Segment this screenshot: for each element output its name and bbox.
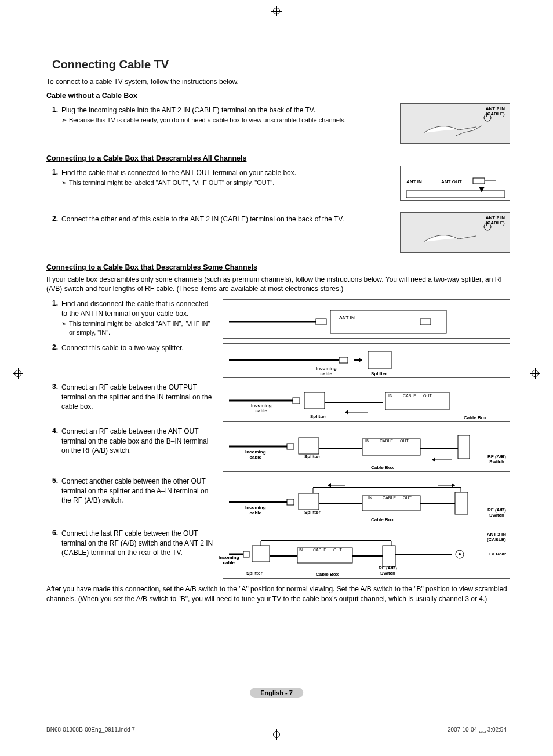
- step-number: 4.: [46, 427, 58, 435]
- step-text: Find and disconnect the cable that is co…: [61, 300, 209, 317]
- diagram-label: Splitter: [310, 414, 326, 419]
- diagram-step4: Incoming cable Splitter Cable Box RF (A/…: [223, 427, 510, 472]
- section-intro: If your cable box descrambles only some …: [46, 275, 510, 293]
- diagram-label: CABLE: [403, 394, 416, 398]
- section-heading: Connecting to a Cable Box that Descrambl…: [46, 263, 510, 271]
- diagram-label: IN: [388, 394, 392, 398]
- note-text: This terminal might be labeled "ANT IN",…: [69, 319, 214, 337]
- svg-point-46: [459, 553, 461, 555]
- svg-rect-36: [252, 546, 270, 562]
- diagram-label: Cable Box: [371, 465, 394, 470]
- crop-mark-icon: [27, 6, 27, 23]
- diagram-step6: Incoming cable Splitter Cable Box RF (A/…: [223, 529, 510, 579]
- step-number: 1.: [46, 299, 58, 307]
- diagram-label: ANT 2 IN (CABLE): [486, 106, 505, 117]
- diagram-label: Incoming cable: [245, 505, 266, 515]
- diagram-label: Splitter: [371, 371, 387, 376]
- diagram-label: OUT: [400, 439, 409, 443]
- svg-rect-3: [406, 191, 505, 198]
- wiring-icon: [229, 348, 504, 376]
- diagram-label: OUT: [423, 394, 432, 398]
- step-number: 1.: [46, 106, 58, 114]
- svg-rect-26: [299, 493, 319, 510]
- svg-rect-14: [304, 392, 325, 409]
- step-item: 5. Connect another cable between the oth…: [46, 477, 214, 505]
- diagram-label: ANT IN: [339, 315, 355, 320]
- diagram-label: OUT: [403, 496, 412, 500]
- diagram-label: TV Rear: [489, 551, 506, 557]
- step-item: 6. Connect the last RF cable between the…: [46, 529, 214, 557]
- registration-mark-icon: [271, 729, 282, 740]
- diagram-label: CABLE: [380, 439, 393, 443]
- svg-rect-43: [383, 546, 395, 566]
- note-icon: ➣: [61, 179, 67, 187]
- diagram-label: ANT 2 IN (CABLE): [487, 532, 506, 542]
- diagram-step1: ANT IN: [223, 299, 510, 339]
- diagram-label: Cable Box: [316, 572, 339, 577]
- note-text: Because this TV is cable-ready, you do n…: [69, 116, 346, 125]
- intro-text: To connect to a cable TV system, follow …: [46, 78, 510, 86]
- section-heading: Connecting to a Cable Box that Descrambl…: [46, 154, 510, 162]
- step-text: Connect an RF cable between the ANT OUT …: [61, 427, 208, 454]
- diagram-label: Cable Box: [464, 415, 486, 420]
- diagram-label: IN: [365, 439, 369, 443]
- section-all-channels: Connecting to a Cable Box that Descrambl…: [46, 154, 510, 253]
- step-number: 2.: [46, 343, 58, 351]
- step-text: Connect the last RF cable between the OU…: [61, 529, 213, 556]
- step-item: 1. Find and disconnect the cable that is…: [46, 299, 214, 336]
- wiring-icon: [229, 482, 504, 524]
- wiring-icon: [229, 432, 504, 471]
- step-item: 1. Find the cable that is connected to t…: [46, 168, 392, 187]
- step-text: Connect this cable to a two-way splitter…: [61, 344, 184, 352]
- step-text: Find the cable that is connected to the …: [61, 169, 296, 177]
- step-number: 2.: [46, 215, 58, 223]
- step-item: 4. Connect an RF cable between the ANT O…: [46, 427, 214, 455]
- note-icon: ➣: [61, 319, 67, 328]
- step-text: Connect an RF cable between the OUTPUT t…: [61, 383, 212, 410]
- diagram-label: ANT 2 IN (CABLE): [486, 215, 505, 226]
- step-text: Connect the other end of this cable to t…: [61, 215, 344, 223]
- step-item: 2. Connect the other end of this cable t…: [46, 215, 392, 224]
- doc-footer-filename: BN68-01308B-00Eng_0911.indd 7: [46, 726, 135, 733]
- step-item: 2. Connect this cable to a two-way split…: [46, 343, 214, 352]
- svg-rect-11: [368, 351, 391, 369]
- svg-rect-33: [455, 492, 468, 514]
- note-icon: ➣: [61, 116, 67, 125]
- diagram-label: RF (A/B) Switch: [487, 507, 506, 518]
- step-number: 6.: [46, 529, 58, 537]
- step-text: Connect another cable between the other …: [61, 477, 208, 504]
- section-heading: Cable without a Cable Box: [46, 92, 510, 100]
- page-number-badge: English - 7: [250, 688, 303, 698]
- diagram-label: OUT: [333, 548, 342, 552]
- section-some-channels: Connecting to a Cable Box that Descrambl…: [46, 263, 510, 604]
- svg-rect-10: [339, 357, 348, 363]
- wiring-icon: [229, 534, 504, 578]
- diagram-label: Splitter: [304, 510, 321, 515]
- svg-rect-35: [243, 551, 249, 557]
- diagram-label: Incoming cable: [245, 449, 266, 460]
- step-number: 1.: [46, 168, 58, 176]
- diagram-label: RF (A/B) Switch: [379, 565, 397, 576]
- svg-rect-23: [458, 435, 470, 459]
- registration-mark-icon: [530, 368, 540, 379]
- diagram-label: Incoming cable: [251, 403, 272, 413]
- diagram-cable-box: ANT IN ANT OUT: [400, 166, 510, 201]
- divider: [46, 74, 510, 74]
- page-content: Connecting Cable TV To connect to a cabl…: [46, 58, 510, 614]
- note-text: This terminal might be labeled "ANT OUT"…: [69, 179, 274, 187]
- svg-rect-18: [287, 444, 294, 449]
- diagram-step5: Incoming cable Splitter Cable Box RF (A/…: [223, 477, 510, 524]
- step-text: Plug the incoming cable into the ANT 2 I…: [61, 106, 315, 114]
- svg-rect-1: [473, 178, 485, 184]
- registration-mark-icon: [13, 368, 23, 379]
- diagram-label: Splitter: [304, 454, 321, 459]
- crop-mark-icon: [526, 6, 526, 23]
- diagram-label: IN: [368, 496, 372, 500]
- diagram-label: Incoming cable: [316, 366, 337, 376]
- cable-box-icon: [401, 166, 511, 201]
- diagram-label: CABLE: [313, 548, 326, 552]
- svg-rect-19: [299, 438, 319, 454]
- diagram-label: IN: [299, 548, 303, 552]
- diagram-label: RF (A/B) Switch: [487, 454, 506, 464]
- svg-rect-25: [287, 499, 294, 505]
